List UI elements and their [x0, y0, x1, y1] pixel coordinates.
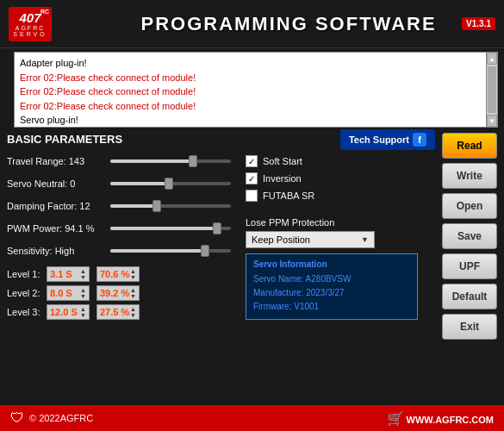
lose-ppm-label: Lose PPM Protection: [246, 217, 435, 228]
dropdown-arrow-icon: ▼: [361, 235, 369, 244]
level-1-val2-spinner[interactable]: ▲ ▼: [130, 268, 136, 280]
travel-range-slider-fill: [110, 159, 195, 163]
servo-name-label: Servo Name:: [253, 274, 303, 284]
inversion-label: Inversion: [263, 173, 302, 184]
servo-firmware-value: V1001: [294, 302, 319, 311]
exit-button[interactable]: Exit: [442, 314, 497, 340]
inversion-row: ✓ Inversion: [246, 172, 435, 184]
level-3-val2-up[interactable]: ▲: [130, 306, 136, 312]
soft-start-checkbox[interactable]: ✓: [246, 155, 258, 167]
header: 407 AGFRC SERVO RC PROGRAMMING SOFTWARE …: [0, 0, 504, 48]
damping-factor-slider-fill: [110, 204, 159, 208]
right-panel: Read Write Open Save UPF Default Exit: [442, 129, 497, 340]
footer: 🛡 © 2022AGFRC 🛒 WWW.AGFRC.COM: [0, 405, 504, 431]
level-3-val2: 27.5 %: [100, 307, 129, 317]
lose-ppm-dropdown[interactable]: Keep Position ▼: [246, 231, 375, 248]
level-2-val2-box[interactable]: 39.2 % ▲ ▼: [96, 285, 140, 301]
travel-range-slider-track: [110, 159, 231, 163]
level-3-label: Level 3:: [7, 307, 43, 317]
read-button[interactable]: Read: [442, 133, 497, 159]
scrollbar-down[interactable]: ▼: [487, 115, 497, 127]
servo-neutral-slider-thumb[interactable]: [165, 178, 173, 190]
level-1-val1-down[interactable]: ▼: [80, 274, 86, 280]
default-button[interactable]: Default: [442, 284, 497, 309]
servo-neutral-slider-track: [110, 182, 231, 185]
travel-range-label: Travel Range: 143: [7, 156, 110, 166]
level-3-val2-box[interactable]: 27.5 % ▲ ▼: [96, 304, 140, 320]
log-line-6: Success read parameter!: [20, 128, 484, 128]
param-row-neutral: Servo Neutral: 0: [7, 175, 239, 192]
lose-ppm-section: Lose PPM Protection Keep Position ▼: [246, 217, 435, 248]
level-3-val1-down[interactable]: ▼: [80, 312, 86, 318]
checkbox-group: ✓ Soft Start ✓ Inversion FUTABA SR: [246, 155, 435, 202]
travel-range-slider-thumb[interactable]: [189, 155, 197, 167]
level-1-row: Level 1: 3.1 S ▲ ▼ 70.6 % ▲ ▼: [7, 266, 140, 282]
section-title-basic: BASIC PARAMETERS: [7, 133, 239, 146]
app-title: PROGRAMMING SOFTWARE: [121, 13, 457, 35]
log-scrollbar[interactable]: ▲ ▼: [486, 52, 498, 128]
tech-support-button[interactable]: Tech Support f: [340, 129, 435, 150]
level-2-val1: 8.0 S: [50, 288, 72, 298]
inversion-checkbox[interactable]: ✓: [246, 172, 258, 184]
level-2-val1-spinner[interactable]: ▲ ▼: [80, 287, 86, 299]
level-3-val2-spinner[interactable]: ▲ ▼: [130, 306, 136, 318]
logo-area: 407 AGFRC SERVO RC: [9, 7, 121, 41]
level-1-val1: 3.1 S: [50, 269, 72, 279]
scrollbar-up[interactable]: ▲: [487, 53, 497, 65]
servo-neutral-label: Servo Neutral: 0: [7, 178, 110, 189]
level-3-val2-down[interactable]: ▼: [130, 312, 136, 318]
level-2-val2-spinner[interactable]: ▲ ▼: [130, 287, 136, 299]
upf-button[interactable]: UPF: [442, 253, 497, 279]
tech-support-label: Tech Support: [349, 134, 409, 145]
servo-firmware-line: Firmware: V1001: [253, 300, 410, 314]
servo-name-value: A280BVSW: [306, 274, 352, 284]
log-line-2: Error 02:Please check connect of module!: [20, 71, 484, 85]
param-row-sensitivity: Sensitivity: High: [7, 242, 239, 259]
level-3-row: Level 3: 12.0 S ▲ ▼ 27.5 % ▲ ▼: [7, 304, 140, 320]
sensitivity-slider-thumb[interactable]: [201, 245, 209, 257]
lose-ppm-selected: Keep Position: [252, 234, 310, 245]
level-2-val1-box[interactable]: 8.0 S ▲ ▼: [47, 285, 90, 301]
level-1-val2-up[interactable]: ▲: [130, 268, 136, 274]
save-button[interactable]: Save: [442, 223, 497, 249]
right-controls: Tech Support f ✓ Soft Start ✓ Inversion …: [246, 129, 435, 340]
level-2-val1-up[interactable]: ▲: [80, 287, 86, 293]
damping-factor-slider-track: [110, 204, 231, 208]
level-1-val1-spinner[interactable]: ▲ ▼: [80, 268, 86, 280]
level-2-val2-up[interactable]: ▲: [130, 287, 136, 293]
facebook-icon: f: [413, 133, 426, 147]
servo-info-box: Servo Information Servo Name: A280BVSW M…: [246, 253, 418, 320]
cart-icon: 🛒: [387, 411, 404, 426]
servo-info-title: Servo Information: [253, 259, 410, 269]
log-line-1: Adapter plug-in!: [20, 56, 484, 71]
log-line-4: Error 02:Please check connect of module!: [20, 99, 484, 114]
pwm-power-slider-thumb[interactable]: [213, 222, 221, 234]
level-1-val2-down[interactable]: ▼: [130, 274, 136, 280]
level-2-label: Level 2:: [7, 288, 43, 298]
pwm-power-slider-track: [110, 227, 231, 230]
level-1-label: Level 1:: [7, 269, 43, 279]
damping-factor-slider-thumb[interactable]: [152, 200, 161, 212]
level-1-val1-up[interactable]: ▲: [80, 268, 86, 274]
level-2-val2-down[interactable]: ▼: [130, 293, 136, 299]
open-button[interactable]: Open: [442, 193, 497, 219]
soft-start-row: ✓ Soft Start: [246, 155, 435, 167]
footer-right: 🛒 WWW.AGFRC.COM: [387, 410, 495, 427]
level-1-val2-box[interactable]: 70.6 % ▲ ▼: [96, 266, 140, 282]
shield-icon: 🛡: [10, 410, 24, 426]
level-2-val1-down[interactable]: ▼: [80, 293, 86, 299]
param-row-travel: Travel Range: 143: [7, 153, 239, 170]
level-1-val1-box[interactable]: 3.1 S ▲ ▼: [47, 266, 90, 282]
levels-section: Level 1: 3.1 S ▲ ▼ 70.6 % ▲ ▼: [7, 266, 239, 320]
level-3-val1-box[interactable]: 12.0 S ▲ ▼: [47, 304, 90, 320]
version-badge: V1.3.1: [462, 17, 495, 30]
scrollbar-thumb: [488, 66, 496, 113]
level-3-val1-spinner[interactable]: ▲ ▼: [80, 306, 86, 318]
logo-box: 407 AGFRC SERVO RC: [9, 7, 52, 41]
log-line-5: Servo plug-in!: [20, 113, 484, 128]
write-button[interactable]: Write: [442, 163, 497, 189]
soft-start-label: Soft Start: [263, 156, 302, 166]
servo-name-line: Servo Name: A280BVSW: [253, 272, 410, 286]
futaba-sr-checkbox[interactable]: [246, 190, 258, 202]
level-3-val1-up[interactable]: ▲: [80, 306, 86, 312]
